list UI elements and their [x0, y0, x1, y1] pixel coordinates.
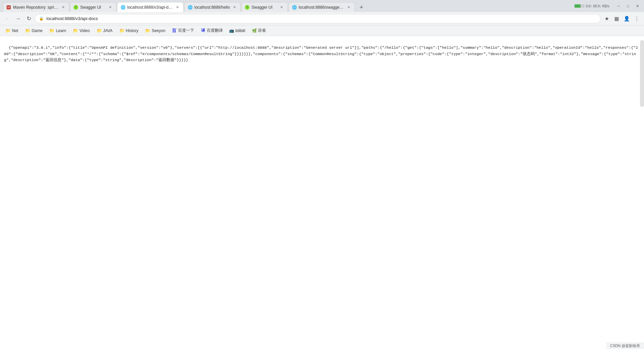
- yuque-icon: 🌿: [252, 28, 257, 33]
- folder-icon: 📁: [145, 28, 150, 33]
- bookmark-baidu-yi-label: 百度一下: [178, 28, 194, 33]
- security-icon: 🔒: [39, 16, 44, 21]
- tab-swagger-2[interactable]: S Swagger UI ✕: [241, 2, 288, 12]
- bookmark-yuque-label: 语雀: [258, 28, 266, 33]
- tab-title-apidocs: localhost:8888/v3/api-docs: [127, 5, 173, 10]
- bookmark-baidu-yi[interactable]: 百 百度一下: [169, 27, 197, 34]
- bookmark-yuque[interactable]: 🌿 语雀: [249, 27, 269, 34]
- bookmark-video[interactable]: 📁 Video: [70, 27, 92, 34]
- back-button[interactable]: ←: [3, 14, 12, 23]
- tab-title-swagger1: Swagger UI: [80, 5, 106, 10]
- folder-icon: 📁: [5, 28, 11, 33]
- bookmark-baidu-translate[interactable]: 译 百度翻译: [198, 27, 225, 34]
- bookmark-history[interactable]: 📁 History: [117, 27, 141, 34]
- bookmark-game-label: Game: [32, 28, 43, 33]
- title-bar: M Maven Repository: springdoc... ✕ S Swa…: [0, 0, 644, 12]
- tab-strip: M Maven Repository: springdoc... ✕ S Swa…: [3, 0, 575, 12]
- bookmark-video-label: Video: [79, 28, 90, 33]
- tab-favicon-maven: M: [6, 5, 11, 10]
- bookmark-bilibili[interactable]: 📺 bilibili: [227, 28, 248, 34]
- status-bar: CSDN @蓝影纨哥: [606, 342, 644, 349]
- network-speed-up: 0.6↑ 69.9↓ KB/s: [586, 4, 609, 8]
- bookmark-net[interactable]: 📁 Net: [3, 27, 21, 34]
- forward-button[interactable]: →: [13, 14, 23, 23]
- tab-swagger-ui[interactable]: 🌐 localhost:8888/swagger-ui ✕: [288, 2, 355, 12]
- folder-icon: 📁: [119, 28, 125, 33]
- tab-close-maven[interactable]: ✕: [60, 5, 66, 10]
- tab-swagger-1[interactable]: S Swagger UI ✕: [70, 2, 117, 12]
- tab-favicon-apidocs: 🌐: [121, 5, 125, 10]
- menu-button[interactable]: ⋮: [632, 14, 641, 23]
- bookmark-java-label: JAVA: [103, 28, 113, 33]
- tab-title-swagger2: Swagger UI: [252, 5, 277, 10]
- tab-close-swagger2[interactable]: ✕: [279, 5, 284, 10]
- tab-favicon-swagger1: S: [73, 5, 78, 10]
- tab-close-hello[interactable]: ✕: [232, 5, 237, 10]
- bookmark-net-label: Net: [12, 28, 18, 33]
- tab-api-docs[interactable]: 🌐 localhost:8888/v3/api-docs ✕: [117, 2, 184, 12]
- folder-icon: 📁: [49, 28, 54, 33]
- tab-maven[interactable]: M Maven Repository: springdoc... ✕: [3, 2, 69, 12]
- folder-icon: 📁: [25, 28, 30, 33]
- main-content: {"openapi":"3.0.1","info":{"title":"Open…: [0, 36, 644, 342]
- maximize-button[interactable]: □: [624, 2, 632, 10]
- tab-title-hello: localhost:8888/hello: [194, 5, 230, 10]
- tab-close-apidocs[interactable]: ✕: [175, 5, 180, 10]
- refresh-button[interactable]: ↻: [24, 14, 33, 23]
- tab-close-swaggerui[interactable]: ✕: [346, 5, 351, 10]
- bookmark-learn-label: Learn: [56, 28, 66, 33]
- tab-title-maven: Maven Repository: springdoc...: [13, 5, 58, 10]
- bookmark-bilibili-label: bilibili: [235, 28, 245, 33]
- bookmark-star-button[interactable]: ★: [602, 14, 611, 23]
- minimize-button[interactable]: ─: [615, 2, 623, 10]
- folder-icon: 📁: [97, 28, 102, 33]
- page-scrollbar[interactable]: [640, 40, 644, 107]
- bookmark-java[interactable]: 📁 JAVA: [94, 27, 115, 34]
- toolbar-actions: ★ ▦ 👤 ⋮: [602, 14, 641, 23]
- window-controls: ─ □ ✕: [615, 2, 641, 10]
- tab-close-swagger1[interactable]: ✕: [108, 5, 113, 10]
- baidu-translate-icon: 译: [201, 28, 205, 33]
- network-indicator: 0.6↑ 69.9↓ KB/s: [575, 4, 609, 8]
- bookmark-learn[interactable]: 📁 Learn: [46, 27, 69, 34]
- navigation-toolbar: ← → ↻ 🔒 localhost:8888/v3/api-docs ★ ▦ 👤…: [0, 12, 644, 25]
- split-view-button[interactable]: ▦: [612, 14, 621, 23]
- bookmark-baidu-translate-label: 百度翻译: [207, 28, 223, 33]
- tab-favicon-swaggerui: 🌐: [292, 5, 297, 10]
- json-content: {"openapi":"3.0.1","info":{"title":"Open…: [4, 45, 638, 62]
- bookmark-game[interactable]: 📁 Game: [22, 27, 45, 34]
- tab-favicon-hello: 🌐: [188, 5, 192, 10]
- status-text: CSDN @蓝影纨哥: [610, 343, 640, 348]
- tab-title-swaggerui: localhost:8888/swagger-ui: [299, 5, 344, 10]
- tab-hello[interactable]: 🌐 localhost:8888/hello ✕: [184, 2, 241, 12]
- bookmark-seeyon[interactable]: 📁 Seeyon: [142, 27, 168, 34]
- close-button[interactable]: ✕: [633, 2, 641, 10]
- bilibili-icon: 📺: [229, 28, 234, 33]
- bookmark-history-label: History: [126, 28, 138, 33]
- bookmarks-bar: 📁 Net 📁 Game 📁 Learn 📁 Video 📁 JAVA 📁 Hi…: [0, 25, 644, 36]
- address-bar[interactable]: 🔒 localhost:8888/v3/api-docs: [35, 14, 601, 23]
- new-tab-button[interactable]: +: [357, 3, 366, 12]
- network-bar: [575, 4, 585, 8]
- folder-icon: 📁: [73, 28, 78, 33]
- address-text: localhost:8888/v3/api-docs: [46, 16, 596, 21]
- bookmark-seeyon-label: Seeyon: [152, 28, 165, 33]
- tab-favicon-swagger2: S: [245, 5, 250, 10]
- profile-button[interactable]: 👤: [622, 14, 631, 23]
- baidu-yi-icon: 百: [172, 28, 177, 33]
